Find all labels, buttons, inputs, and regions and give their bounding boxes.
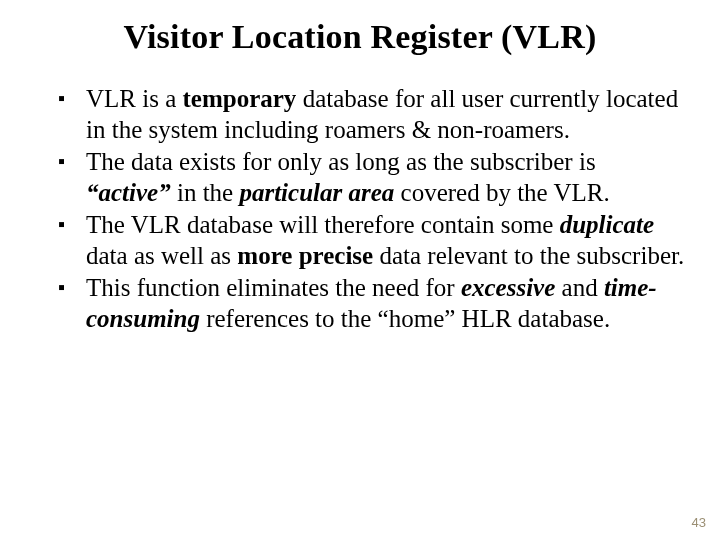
text-run-bold: temporary <box>183 85 297 112</box>
text-run: data relevant to the subscriber. <box>373 242 684 269</box>
slide-title: Visitor Location Register (VLR) <box>34 18 686 56</box>
page-number: 43 <box>692 515 706 530</box>
bullet-list: VLR is a temporary database for all user… <box>34 84 686 334</box>
text-run: data as well as <box>86 242 237 269</box>
text-run: VLR is a <box>86 85 183 112</box>
text-run: references to the “home” HLR database. <box>200 305 610 332</box>
list-item: The data exists for only as long as the … <box>58 147 686 208</box>
text-run-bold-italic: duplicate <box>560 211 654 238</box>
list-item: This function eliminates the need for ex… <box>58 273 686 334</box>
text-run: This function eliminates the need for <box>86 274 461 301</box>
text-run: covered by the VLR. <box>394 179 609 206</box>
text-run: The VLR database will therefore contain … <box>86 211 560 238</box>
text-run-bold: more precise <box>237 242 373 269</box>
text-run: in the <box>171 179 240 206</box>
text-run-bold-italic: excessive <box>461 274 555 301</box>
text-run: The data exists for only as long as the … <box>86 148 596 175</box>
list-item: VLR is a temporary database for all user… <box>58 84 686 145</box>
text-run-bold-italic: particular area <box>239 179 394 206</box>
text-run-bold-italic: “active” <box>86 179 171 206</box>
text-run: and <box>555 274 604 301</box>
list-item: The VLR database will therefore contain … <box>58 210 686 271</box>
